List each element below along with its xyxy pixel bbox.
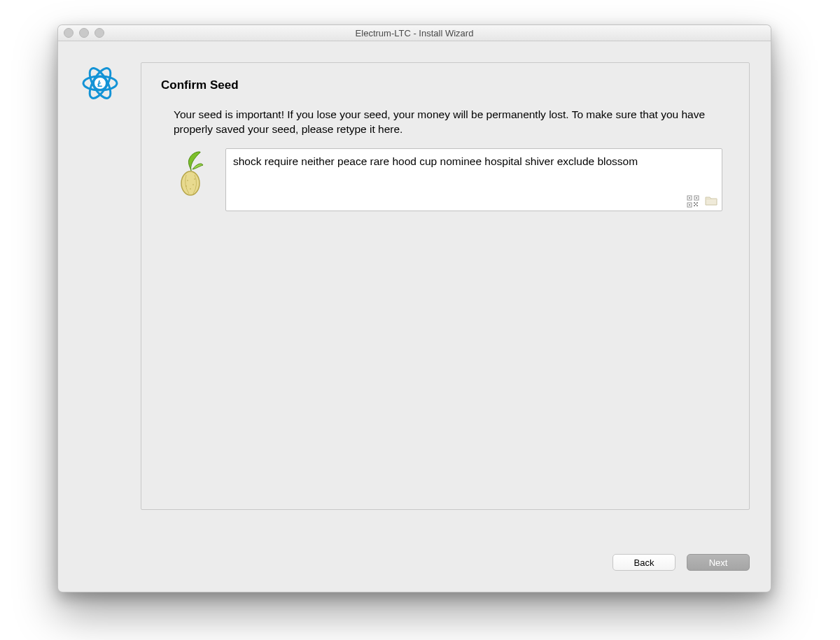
back-button[interactable]: Back <box>612 554 676 571</box>
svg-point-9 <box>186 185 187 187</box>
panel-heading: Confirm Seed <box>161 78 729 92</box>
svg-rect-20 <box>696 205 698 206</box>
wizard-panel: Confirm Seed Your seed is important! If … <box>141 62 750 510</box>
close-window-button[interactable] <box>64 28 74 38</box>
zoom-window-button[interactable] <box>94 28 104 38</box>
back-button-label: Back <box>634 557 654 568</box>
window-controls <box>64 28 104 38</box>
wizard-body: Ł Confirm Seed Your seed is important! I… <box>58 41 771 592</box>
svg-text:Ł: Ł <box>97 79 102 89</box>
svg-point-7 <box>192 184 194 185</box>
panel-instructions: Your seed is important! If you lose your… <box>161 108 729 137</box>
seed-input[interactable]: shock require neither peace rare hood cu… <box>225 148 722 211</box>
svg-rect-17 <box>694 202 695 204</box>
svg-point-8 <box>190 188 191 190</box>
svg-rect-18 <box>696 202 698 204</box>
seed-input-text: shock require neither peace rare hood cu… <box>233 155 638 167</box>
title-bar: Electrum-LTC - Install Wizard <box>58 25 771 41</box>
next-button-label: Next <box>709 557 728 568</box>
svg-rect-14 <box>696 197 697 199</box>
app-logo: Ł <box>79 62 121 103</box>
window-title: Electrum-LTC - Install Wizard <box>58 28 771 38</box>
seed-sprout-icon <box>174 148 209 198</box>
wizard-buttons: Back Next <box>79 546 750 571</box>
install-wizard-window: Electrum-LTC - Install Wizard <box>57 24 771 592</box>
svg-point-5 <box>181 171 200 195</box>
svg-point-6 <box>187 180 188 181</box>
minimize-window-button[interactable] <box>79 28 89 38</box>
qr-code-icon[interactable] <box>687 195 699 208</box>
svg-rect-16 <box>689 204 690 206</box>
next-button[interactable]: Next <box>687 554 750 571</box>
svg-rect-21 <box>695 204 696 205</box>
folder-icon[interactable] <box>705 195 718 208</box>
svg-rect-19 <box>694 205 695 206</box>
svg-point-10 <box>194 178 195 180</box>
svg-rect-22 <box>706 199 717 199</box>
electrum-ltc-logo-icon: Ł <box>80 64 120 103</box>
svg-rect-12 <box>689 197 690 199</box>
